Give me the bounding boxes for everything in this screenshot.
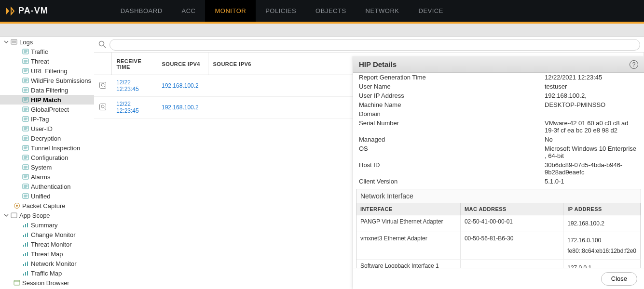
sidebar-item-label: Threat	[31, 58, 49, 65]
sidebar-item-threat-monitor[interactable]: Threat Monitor	[0, 239, 94, 249]
tab-device[interactable]: DEVICE	[409, 0, 453, 22]
row-detail-icon[interactable]	[94, 75, 111, 97]
log-type-icon	[22, 106, 29, 113]
svg-rect-70	[11, 213, 17, 218]
close-button[interactable]: Close	[601, 272, 637, 286]
svg-rect-93	[100, 82, 106, 88]
field-value: 30b6dc89-07d5-4bda-b946-9b28ad9eaefc	[545, 161, 638, 176]
tab-acc[interactable]: ACC	[172, 0, 206, 22]
sidebar-item-authentication[interactable]: Authentication	[0, 182, 94, 191]
ip-value: 192.168.100.2	[567, 218, 636, 229]
sidebar-item-label: Change Monitor	[31, 231, 76, 238]
sidebar-item-label: Traffic Map	[31, 270, 62, 277]
brand-name: PA-VM	[18, 6, 48, 16]
ip-value: 172.16.0.100	[567, 235, 636, 246]
svg-rect-83	[23, 264, 24, 266]
svg-rect-85	[27, 262, 28, 266]
sidebar-item-label: Decryption	[31, 135, 61, 142]
tab-network[interactable]: NETWORK	[356, 0, 409, 22]
log-type-icon	[22, 144, 29, 151]
logs-group-icon	[11, 39, 17, 45]
sidebar-item-unified[interactable]: Unified	[0, 191, 94, 201]
network-interface-section: Network Interface INTERFACEMAC ADDRESSIP…	[356, 189, 641, 268]
sidebar-group-logs[interactable]: Logs	[0, 37, 94, 47]
sidebar-item-globalprotect[interactable]: GlobalProtect	[0, 105, 94, 114]
column-header[interactable]: IP ADDRESS	[563, 203, 641, 215]
svg-rect-73	[27, 223, 28, 227]
sidebar-item-hip-match[interactable]: HIP Match	[0, 95, 94, 105]
svg-rect-88	[27, 271, 28, 276]
sidebar-item-label: URL Filtering	[31, 67, 67, 75]
cell-receive-time: 12/22 12:23:45	[111, 75, 157, 97]
table-row: PANGP Virtual Ethernet Adapter02-50-41-0…	[356, 215, 641, 232]
main-nav: DASHBOARDACCMONITORPOLICIESOBJECTSNETWOR…	[111, 0, 453, 22]
scope-icon	[22, 222, 29, 228]
sidebar-item-summary[interactable]: Summary	[0, 220, 94, 230]
field-label: Serial Number	[359, 119, 545, 134]
svg-rect-78	[25, 243, 26, 247]
sidebar-item-label: Alarms	[31, 173, 50, 181]
sidebar-item-session-browser[interactable]: Session Browser	[0, 278, 94, 288]
sidebar-item-traffic-map[interactable]: Traffic Map	[0, 268, 94, 278]
log-type-icon	[22, 96, 29, 103]
field-value: 5.1.0-1	[545, 178, 638, 185]
brand-logo: PA-VM	[5, 6, 48, 16]
cell-interface: PANGP Virtual Ethernet Adapter	[356, 215, 460, 232]
sidebar-group-appscope[interactable]: App Scope	[0, 210, 94, 220]
column-header[interactable]: MAC ADDRESS	[460, 203, 563, 215]
filter-input[interactable]	[110, 39, 640, 51]
sidebar-item-url-filtering[interactable]: URL Filtering	[0, 66, 94, 76]
hip-details-footer: Close	[353, 268, 644, 289]
log-type-icon	[22, 154, 29, 161]
column-header[interactable]: RECEIVE TIME	[111, 53, 157, 75]
tab-dashboard[interactable]: DASHBOARD	[111, 0, 172, 22]
sidebar-item-label: Authentication	[31, 183, 70, 190]
sidebar-group-logs-label: Logs	[19, 39, 33, 46]
svg-rect-82	[27, 252, 28, 256]
sidebar-item-tunnel-inspection[interactable]: Tunnel Inspection	[0, 143, 94, 153]
column-header[interactable]: SOURCE IPV4	[157, 53, 208, 75]
tab-objects[interactable]: OBJECTS	[306, 0, 356, 22]
svg-rect-81	[25, 253, 26, 256]
tab-policies[interactable]: POLICIES	[256, 0, 306, 22]
svg-rect-75	[25, 234, 26, 237]
field-value	[545, 110, 638, 118]
sidebar-item-label: Traffic	[31, 48, 48, 55]
help-icon[interactable]: ?	[630, 60, 638, 69]
sidebar-item-wildfire-submissions[interactable]: WildFire Submissions	[0, 76, 94, 85]
svg-rect-96	[100, 104, 106, 110]
log-type-icon	[22, 58, 29, 65]
tab-monitor[interactable]: MONITOR	[205, 0, 256, 22]
sidebar-item-label: System	[31, 164, 52, 171]
sidebar-item-threat[interactable]: Threat	[0, 56, 94, 66]
table-row: vmxnet3 Ethernet Adapter00-50-56-81-B6-3…	[356, 232, 641, 260]
chevron-down-icon	[4, 213, 9, 218]
sidebar-item-alarms[interactable]: Alarms	[0, 172, 94, 182]
sidebar-item-configuration[interactable]: Configuration	[0, 153, 94, 162]
sidebar-item-threat-map[interactable]: Threat Map	[0, 249, 94, 259]
sidebar-item-traffic[interactable]: Traffic	[0, 47, 94, 56]
sidebar-item-packet-capture[interactable]: Packet Capture	[0, 201, 94, 210]
scope-icon	[22, 260, 29, 267]
sidebar-item-decryption[interactable]: Decryption	[0, 133, 94, 143]
sidebar-item-ip-tag[interactable]: IP-Tag	[0, 114, 94, 124]
row-detail-icon[interactable]	[94, 97, 111, 118]
sidebar: Logs TrafficThreatURL FilteringWildFire …	[0, 37, 94, 289]
sub-toolbar	[0, 24, 644, 37]
sidebar-item-network-monitor[interactable]: Network Monitor	[0, 259, 94, 268]
log-type-icon	[22, 116, 29, 122]
svg-rect-74	[23, 235, 24, 237]
column-header[interactable]	[94, 53, 111, 75]
hip-details-panel: HIP Details ? Report Generation Time12/2…	[353, 56, 644, 289]
sidebar-item-system[interactable]: System	[0, 162, 94, 172]
scope-icon	[22, 231, 29, 238]
cell-ip: 192.168.100.2	[563, 215, 641, 232]
svg-rect-89	[14, 280, 20, 285]
log-type-icon	[22, 173, 29, 180]
sidebar-item-data-filtering[interactable]: Data Filtering	[0, 85, 94, 95]
sidebar-item-label: Session Browser	[22, 279, 69, 287]
column-header[interactable]: INTERFACE	[356, 203, 460, 215]
sidebar-item-change-monitor[interactable]: Change Monitor	[0, 230, 94, 239]
scope-icon	[22, 241, 29, 248]
sidebar-item-user-id[interactable]: User-ID	[0, 124, 94, 133]
